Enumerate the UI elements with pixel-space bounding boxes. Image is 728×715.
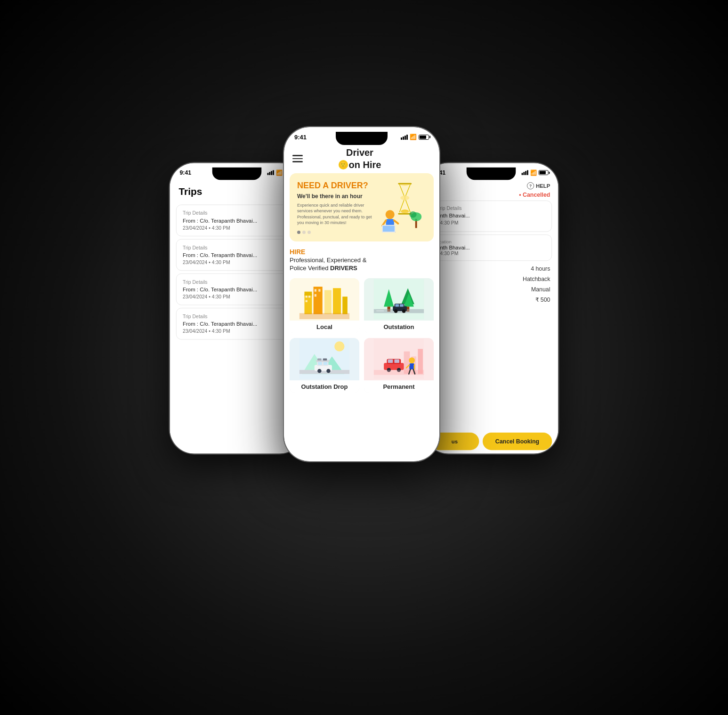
trip-card-3[interactable]: Trip Details From : C/o. Terapanth Bhava… — [176, 273, 298, 305]
trip-label-3: Trip Details — [183, 279, 291, 284]
hire-label: HIRE — [290, 248, 434, 256]
right-location-time: • 4:30 PM — [437, 220, 545, 225]
location-value-2: anth Bhavai... — [437, 244, 545, 250]
svg-rect-64 — [394, 360, 399, 363]
svg-rect-28 — [299, 313, 349, 319]
svg-rect-16 — [305, 292, 312, 296]
service-permanent-card[interactable]: Permanent — [364, 338, 434, 393]
booking-content: ? HELP • Cancelled Trip Details anth Bha… — [424, 178, 558, 453]
signal-left — [267, 170, 274, 175]
car-type-row: Hatchback — [424, 273, 558, 284]
trip-card-4[interactable]: Trip Details From : C/o. Terapanth Bhava… — [176, 308, 298, 339]
price-row: ₹ 500 — [424, 294, 558, 305]
service-grid: Local — [290, 278, 434, 393]
outstation-label: Outstation — [364, 321, 434, 333]
location-label: ocation — [437, 239, 545, 244]
svg-point-42 — [402, 309, 405, 313]
trip-label-4: Trip Details — [183, 313, 291, 319]
local-image — [290, 278, 359, 321]
phones-container: 9:41 📶 Trips — [152, 99, 576, 617]
svg-point-68 — [409, 357, 415, 363]
logo-text: Driver 🙂 on Hire — [339, 147, 381, 170]
svg-rect-51 — [317, 359, 322, 361]
cancel-booking-button[interactable]: Cancel Booking — [483, 433, 552, 450]
permanent-label: Permanent — [364, 380, 434, 393]
duration-row: 4 hours — [424, 264, 558, 274]
svg-rect-18 — [324, 290, 332, 314]
svg-rect-63 — [388, 360, 393, 363]
notch-center — [336, 132, 388, 145]
svg-point-3 — [401, 209, 409, 213]
trip-from-4: From : C/o. Terapanth Bhavai... — [183, 321, 291, 327]
svg-point-56 — [326, 369, 331, 373]
svg-rect-21 — [306, 296, 307, 297]
banner-dots — [297, 231, 379, 234]
trip-from-2: From : C/o. Terapanth Bhavai... — [183, 252, 291, 258]
svg-rect-53 — [318, 362, 322, 365]
help-row: ? HELP — [424, 178, 558, 189]
svg-rect-19 — [333, 288, 341, 314]
svg-rect-40 — [400, 304, 403, 306]
svg-point-41 — [394, 309, 397, 313]
banner-dot-1 — [297, 231, 300, 234]
svg-rect-25 — [318, 289, 320, 291]
car-type-value: Hatchback — [523, 275, 550, 282]
svg-rect-26 — [315, 294, 316, 297]
banner-title: NEED A DRIVER? — [297, 181, 379, 191]
banner-dot-2 — [302, 231, 306, 234]
action-buttons: us Cancel Booking — [430, 433, 552, 450]
right-trip-label: Trip Details — [437, 205, 545, 210]
status-icons-center: 📶 — [401, 134, 429, 140]
hire-section: HIRE Professional, Experienced & Police … — [290, 248, 434, 393]
svg-rect-69 — [409, 363, 414, 370]
promo-banner: NEED A DRIVER? We'll be there in an hour… — [290, 173, 434, 241]
wifi-icon-left: 📶 — [276, 169, 283, 176]
svg-rect-52 — [323, 359, 327, 361]
wifi-icon-right: 📶 — [530, 169, 537, 176]
home-header: Driver 🙂 on Hire — [284, 144, 439, 173]
service-local-card[interactable]: Local — [290, 278, 359, 333]
svg-point-44 — [334, 341, 344, 351]
outstation-image — [364, 278, 434, 321]
booking-trip-card[interactable]: Trip Details anth Bhavai... • 4:30 PM — [430, 201, 552, 232]
help-label[interactable]: HELP — [536, 183, 550, 189]
status-icons-right: 📶 — [522, 169, 549, 176]
home-screen: 9:41 📶 — [284, 127, 439, 461]
trip-card-1[interactable]: Trip Details From : C/o. Terapanth Bhava… — [176, 204, 298, 236]
cancelled-status: • Cancelled — [519, 191, 550, 198]
svg-rect-24 — [315, 289, 316, 291]
trip-card-2[interactable]: Trip Details From : C/o. Terapanth Bhava… — [176, 239, 298, 270]
svg-rect-22 — [308, 296, 310, 297]
location-section: ocation anth Bhavai... • 4:30 PM — [430, 234, 552, 261]
svg-rect-20 — [342, 297, 348, 314]
banner-text: NEED A DRIVER? We'll be there in an hour… — [297, 181, 379, 234]
transmission-value: Manual — [531, 286, 550, 292]
trip-from-3: From : C/o. Terapanth Bhavai... — [183, 286, 291, 292]
notch-left — [212, 167, 262, 180]
service-outstation-card[interactable]: Outstation — [364, 278, 434, 333]
time-left: 9:41 — [179, 169, 191, 176]
phone-center: 9:41 📶 — [284, 127, 439, 461]
local-label: Local — [290, 321, 359, 333]
trip-label-2: Trip Details — [183, 245, 291, 250]
svg-rect-54 — [324, 362, 328, 365]
wifi-icon-center: 📶 — [410, 134, 417, 140]
banner-subtitle: We'll be there in an hour — [297, 193, 379, 200]
svg-line-7 — [394, 220, 398, 224]
service-outstation-drop-card[interactable]: Outstation Drop — [290, 338, 359, 393]
hamburger-menu[interactable] — [292, 155, 303, 162]
battery-right — [539, 170, 549, 175]
trip-details-label-right: Trip Details — [437, 205, 545, 210]
app-logo: Driver 🙂 on Hire — [339, 147, 381, 170]
trip-date-4: 23/04/2024 • 4:30 PM — [183, 328, 291, 333]
svg-rect-27 — [299, 279, 349, 287]
banner-dot-3 — [307, 231, 311, 234]
location-time-2: • 4:30 PM — [437, 250, 545, 256]
duration-value: 4 hours — [531, 265, 550, 272]
price-value: ₹ 500 — [535, 296, 550, 303]
hire-subtitle: Professional, Experienced & Police Verif… — [290, 257, 434, 273]
right-location-value: anth Bhavai... — [437, 212, 545, 218]
permanent-image — [364, 338, 434, 380]
phone-right: 9:41 📶 ? HELP — [424, 163, 558, 454]
signal-center — [401, 135, 408, 140]
